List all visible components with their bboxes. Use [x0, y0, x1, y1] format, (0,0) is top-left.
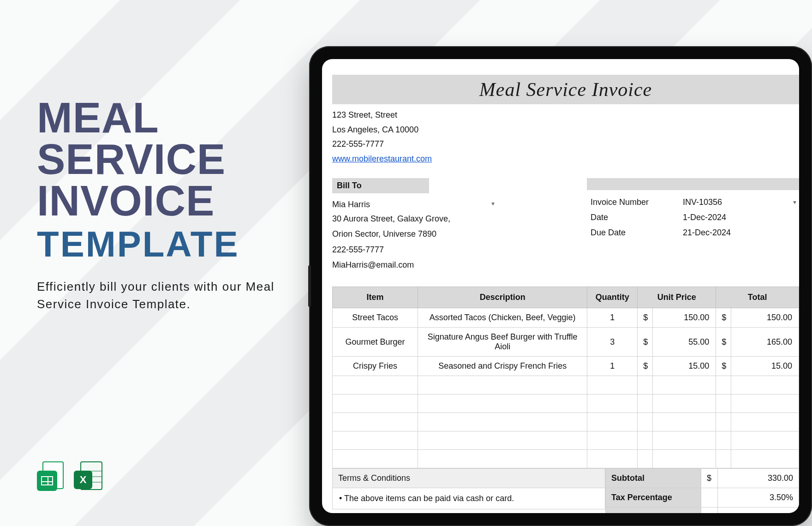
stage: MEAL SERVICE INVOICE TEMPLATE Efficientl…	[0, 0, 812, 526]
terms-block: Terms & Conditions • The above items can…	[332, 468, 605, 513]
date-value: 1-Dec-2024	[679, 210, 799, 225]
cell-total-currency: $	[716, 328, 731, 357]
excel-icon: X	[74, 461, 102, 497]
app-icons: X	[37, 461, 102, 497]
bill-to-phone: 222-555-7777	[332, 242, 498, 257]
google-sheets-icon	[37, 461, 66, 497]
tablet-frame: Meal Service Invoice 123 Street, Street …	[309, 46, 812, 526]
col-unit: Unit Price	[638, 287, 716, 308]
invoice-number-value: INV-10356	[683, 197, 722, 207]
promo-block: MEAL SERVICE INVOICE TEMPLATE Efficientl…	[37, 97, 295, 313]
terms-heading: Terms & Conditions	[332, 468, 605, 488]
headline-line-3: INVOICE	[37, 177, 215, 224]
invoice-number-label: Invoice Number	[587, 195, 679, 210]
headline-sub: TEMPLATE	[37, 223, 295, 265]
bill-to-email: MiaHarris@email.com	[332, 257, 498, 273]
table-row-empty	[333, 394, 799, 413]
taxpct-spacer	[701, 488, 717, 508]
cell-desc[interactable]: Signature Angus Beef Burger with Truffle…	[418, 328, 587, 357]
table-row-empty	[333, 376, 799, 394]
taxpct-value: 3.50%	[718, 488, 799, 508]
cell-unit-price[interactable]: 15.00	[653, 357, 716, 376]
tagline: Efficiently bill your clients with our M…	[37, 278, 295, 313]
terms-body: • The above items can be paid via cash o…	[332, 488, 605, 509]
table-row: Crispy FriesSeasoned and Crispy French F…	[333, 357, 799, 376]
invoice-meta: Invoice Number INV-10356 Date 1-Dec-2024…	[587, 178, 799, 240]
headline: MEAL SERVICE INVOICE	[37, 97, 295, 221]
bill-to-addr2: Orion Sector, Universe 7890	[332, 227, 498, 242]
subtotal-value: 330.00	[718, 469, 799, 488]
cell-total: 165.00	[731, 328, 799, 357]
due-date-value: 21-Dec-2024	[679, 225, 799, 240]
table-row-empty	[333, 431, 799, 450]
below-table: Terms & Conditions • The above items can…	[332, 468, 799, 513]
table-row-empty	[333, 450, 799, 468]
cell-item[interactable]: Crispy Fries	[333, 357, 418, 376]
bill-to-heading: Bill To	[332, 178, 429, 193]
cell-unit-currency: $	[638, 308, 653, 328]
headline-line-1: MEAL	[37, 94, 159, 141]
invoice-title-ribbon: Meal Service Invoice	[332, 75, 799, 104]
col-item: Item	[333, 287, 418, 308]
headline-line-2: SERVICE	[37, 136, 226, 183]
cell-qty[interactable]: 1	[587, 357, 638, 376]
cell-total-currency: $	[716, 357, 731, 376]
taxamt-value: 11.55	[718, 508, 799, 513]
taxamt-label: Tax Amount	[606, 508, 701, 513]
due-date-label: Due Date	[587, 225, 679, 240]
cell-unit-currency: $	[638, 328, 653, 357]
bill-to-addr1: 30 Aurora Street, Galaxy Grove,	[332, 211, 498, 227]
table-row: Street TacosAssorted Tacos (Chicken, Bee…	[333, 308, 799, 328]
sender-block: 123 Street, Street Los Angeles, CA 10000…	[332, 108, 799, 166]
cell-total-currency: $	[716, 308, 731, 328]
cell-qty[interactable]: 1	[587, 308, 638, 328]
meta-header-bar	[587, 178, 799, 190]
cell-desc[interactable]: Seasoned and Crispy French Fries	[418, 357, 587, 376]
bill-to-block: Bill To Mia Harris 30 Aurora Street, Gal…	[332, 178, 498, 273]
table-row: Gourmet BurgerSignature Angus Beef Burge…	[333, 328, 799, 357]
cell-item[interactable]: Gourmet Burger	[333, 328, 418, 357]
cell-desc[interactable]: Assorted Tacos (Chicken, Beef, Veggie)	[418, 308, 587, 328]
col-desc: Description	[418, 287, 587, 308]
cell-unit-price[interactable]: 150.00	[653, 308, 716, 328]
subtotal-label: Subtotal	[606, 469, 701, 488]
date-label: Date	[587, 210, 679, 225]
col-qty: Quantity	[587, 287, 638, 308]
cell-item[interactable]: Street Tacos	[333, 308, 418, 328]
invoice-number-dropdown[interactable]: INV-10356	[679, 195, 799, 210]
tablet-screen: Meal Service Invoice 123 Street, Street …	[322, 59, 799, 513]
invoice-document: Meal Service Invoice 123 Street, Street …	[332, 69, 799, 513]
table-row-empty	[333, 413, 799, 431]
taxpct-label: Tax Percentage	[606, 488, 701, 508]
cell-unit-price[interactable]: 55.00	[653, 328, 716, 357]
cell-total: 15.00	[731, 357, 799, 376]
sender-street: 123 Street, Street	[332, 108, 799, 123]
bill-meta-row: Bill To Mia Harris 30 Aurora Street, Gal…	[332, 178, 799, 273]
invoice-title: Meal Service Invoice	[479, 78, 652, 101]
bill-to-name: Mia Harris	[332, 200, 370, 209]
cell-qty[interactable]: 3	[587, 328, 638, 357]
sender-website-link[interactable]: www.mobilerestaurant.com	[332, 154, 432, 163]
bill-to-name-dropdown[interactable]: Mia Harris	[332, 198, 498, 211]
sender-phone: 222-555-7777	[332, 137, 799, 152]
taxamt-currency: $	[701, 508, 717, 513]
items-table: Item Description Quantity Unit Price Tot…	[332, 287, 799, 468]
totals-table: Subtotal $ 330.00 Tax Percentage 3.50% T…	[605, 468, 799, 513]
sender-city: Los Angeles, CA 10000	[332, 123, 799, 137]
col-total: Total	[716, 287, 799, 308]
subtotal-currency: $	[701, 469, 717, 488]
meta-table: Invoice Number INV-10356 Date 1-Dec-2024…	[587, 195, 799, 240]
cell-total: 150.00	[731, 308, 799, 328]
cell-unit-currency: $	[638, 357, 653, 376]
items-header-row: Item Description Quantity Unit Price Tot…	[333, 287, 799, 308]
